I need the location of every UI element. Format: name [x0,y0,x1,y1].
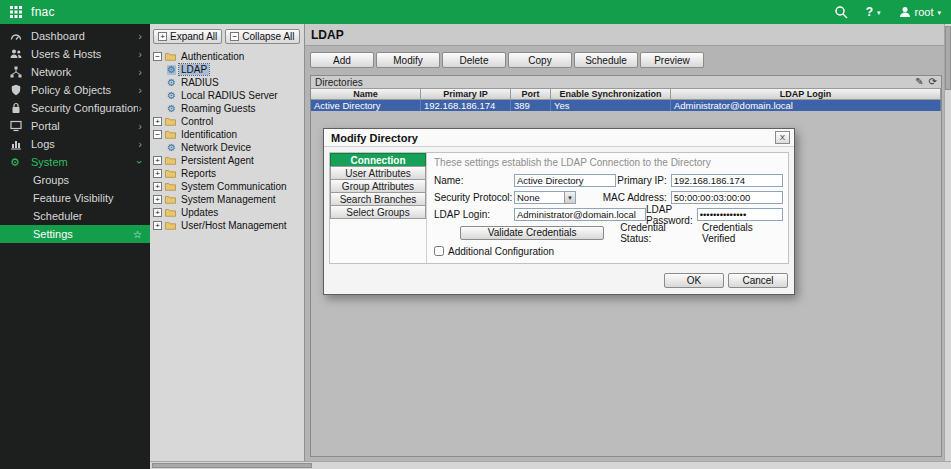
tree-node-system-management[interactable]: + System Management [153,193,304,206]
policy-objects-icon [10,84,24,96]
ldap-login-label: LDAP Login: [434,209,514,220]
copy-button[interactable]: Copy [508,52,572,68]
ldap-login-input[interactable] [514,208,646,221]
expand-toggle[interactable]: + [153,156,162,165]
sidebar-item-scheduler[interactable]: Scheduler [0,207,150,225]
edit-icon[interactable]: ✎ [915,77,923,87]
tree-node-label: Local RADIUS Server [179,90,280,101]
help-menu[interactable]: ? ▾ [866,5,881,19]
schedule-button[interactable]: Schedule [574,52,638,68]
tree-node-system-communication[interactable]: + System Communication [153,180,304,193]
sidebar-item-groups[interactable]: Groups [0,171,150,189]
collapse-all-label: Collapse All [242,31,294,42]
refresh-icon[interactable]: ⟳ [929,77,937,87]
tree-node-authentication[interactable]: − Authentication [153,50,304,63]
settings-tree-panel: + Expand All − Collapse All − Authentica… [150,24,305,461]
tree-node-label: System Management [179,194,278,205]
sidebar-item-policy-objects[interactable]: Policy & Objects › [0,81,150,99]
vertical-scrollbar[interactable] [944,24,951,461]
sidebar-item-feature-visibility[interactable]: Feature Visibility [0,189,150,207]
tree-node-user-host-management[interactable]: + User/Host Management [153,219,304,232]
tree-node-control[interactable]: + Control [153,115,304,128]
help-icon: ? [866,5,873,19]
sidebar-item-system[interactable]: ⚙ System › [0,153,150,171]
sidebar-item-users-hosts[interactable]: Users & Hosts › [0,45,150,63]
tab-select-groups[interactable]: Select Groups [330,205,426,219]
search-button[interactable] [834,5,848,19]
tab-search-branches[interactable]: Search Branches [330,192,426,206]
column-header-enable-synchronization[interactable]: Enable Synchronization [551,89,671,100]
column-header-primary-ip[interactable]: Primary IP [421,89,511,100]
tree-node-radius[interactable]: ⚙ RADIUS [153,76,304,89]
sidebar-item-dashboard[interactable]: Dashboard › [0,27,150,45]
mac-address-input[interactable] [671,191,783,204]
security-protocol-select[interactable]: None ▼ [514,191,576,204]
table-row[interactable]: Active Directory 192.168.186.174 389 Yes… [311,100,941,111]
app-launcher-icon[interactable] [10,6,22,18]
add-button[interactable]: Add [310,52,374,68]
tree-node-network-device[interactable]: ⚙ Network Device [153,141,304,154]
close-button[interactable]: X [775,131,790,144]
primary-ip-input[interactable] [671,174,783,187]
tree-node-reports[interactable]: + Reports [153,167,304,180]
ok-button[interactable]: OK [664,273,724,288]
tree-node-persistent-agent[interactable]: + Persistent Agent [153,154,304,167]
tab-user-attributes[interactable]: User Attributes [330,166,426,180]
collapse-toggle[interactable]: − [153,130,162,139]
collapse-all-button[interactable]: − Collapse All [225,29,299,44]
vertical-scrollbar-thumb[interactable] [945,26,951,90]
tree-node-updates[interactable]: + Updates [153,206,304,219]
tree-node-label: User/Host Management [179,220,289,231]
tree-node-label: RADIUS [179,77,221,88]
modify-button[interactable]: Modify [376,52,440,68]
chevron-right-icon: › [138,84,142,96]
tree-node-ldap[interactable]: ⚙ LDAP [153,63,304,76]
expand-toggle[interactable]: + [153,195,162,204]
sidebar-item-network[interactable]: Network › [0,63,150,81]
user-icon [899,6,911,18]
chevron-right-icon: › [138,30,142,42]
cancel-button[interactable]: Cancel [728,273,788,288]
folder-icon [165,169,176,178]
column-header-ldap-login[interactable]: LDAP Login [671,89,941,100]
user-menu[interactable]: root ▾ [899,6,941,18]
expand-toggle[interactable]: + [153,117,162,126]
tab-group-attributes[interactable]: Group Attributes [330,179,426,193]
sidebar-item-logs[interactable]: Logs › [0,135,150,153]
dialog-footer: OK Cancel [324,264,794,294]
sidebar-item-label: Dashboard [31,30,138,42]
gear-icon: ⚙ [167,65,176,75]
chevron-right-icon: › [138,138,142,150]
name-input[interactable] [514,174,616,187]
star-icon[interactable]: ☆ [133,229,142,240]
sidebar-item-security-configuration[interactable]: Security Configuration › [0,99,150,117]
horizontal-scrollbar-thumb[interactable] [152,463,312,468]
tree-node-label: Persistent Agent [179,155,256,166]
sidebar-subitem-label: Scheduler [33,210,83,222]
tree-node-identification[interactable]: − Identification [153,128,304,141]
tree-node-local-radius-server[interactable]: ⚙ Local RADIUS Server [153,89,304,102]
caret-down-icon: ▾ [877,9,881,16]
gear-icon: ⚙ [167,143,176,153]
expand-toggle[interactable]: + [153,208,162,217]
expand-toggle[interactable]: + [153,182,162,191]
gear-icon: ⚙ [167,91,176,101]
expand-all-button[interactable]: + Expand All [153,29,222,44]
column-header-name[interactable]: Name [311,89,421,100]
expand-toggle[interactable]: + [153,169,162,178]
tree-node-roaming-guests[interactable]: ⚙ Roaming Guests [153,102,304,115]
username: root [915,6,934,18]
sidebar-item-portal[interactable]: Portal › [0,117,150,135]
tab-connection[interactable]: Connection [330,153,426,167]
ldap-password-input[interactable] [697,208,783,221]
delete-button[interactable]: Delete [442,52,506,68]
expand-toggle[interactable]: + [153,221,162,230]
folder-icon [165,130,176,139]
additional-configuration-checkbox[interactable] [434,246,444,256]
horizontal-scrollbar[interactable] [150,461,951,469]
collapse-toggle[interactable]: − [153,52,162,61]
validate-credentials-button[interactable]: Validate Credentials [460,226,604,240]
preview-button[interactable]: Preview [640,52,704,68]
sidebar-item-settings[interactable]: Settings ☆ [0,225,150,243]
column-header-port[interactable]: Port [511,89,551,100]
